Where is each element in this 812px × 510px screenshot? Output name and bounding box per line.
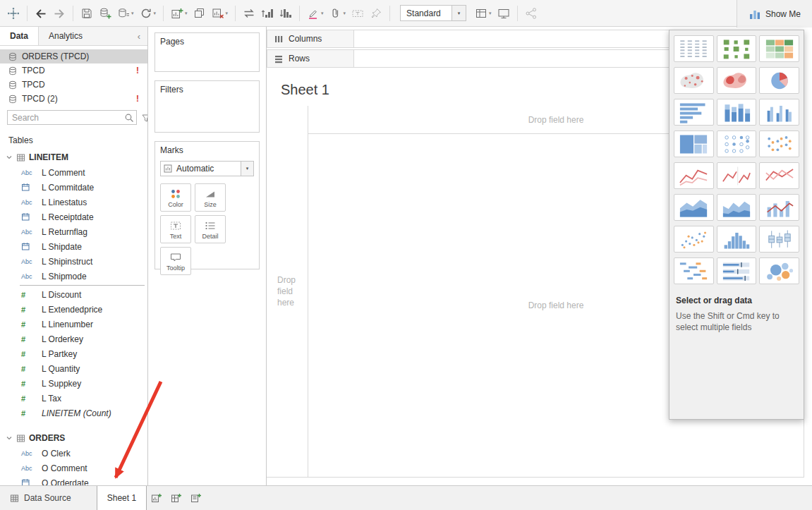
text-button[interactable]: Text bbox=[160, 215, 191, 243]
presentation-mode-button[interactable] bbox=[495, 4, 513, 23]
field-l-shipmode[interactable]: AbcL Shipmode bbox=[0, 269, 147, 284]
undo-button[interactable] bbox=[32, 4, 50, 23]
swap-rows-columns-button[interactable] bbox=[240, 4, 258, 23]
datasource-tpcd[interactable]: TPCD bbox=[0, 78, 147, 92]
rows-drop-zone[interactable]: Drop field here bbox=[267, 106, 308, 477]
new-dashboard-button[interactable] bbox=[166, 486, 186, 510]
tableau-logo[interactable] bbox=[4, 4, 23, 23]
tooltip-button[interactable]: Tooltip bbox=[160, 247, 191, 275]
detail-button[interactable]: Detail bbox=[195, 215, 226, 243]
packed-bubbles-thumbnail[interactable] bbox=[759, 257, 799, 284]
new-data-source-button[interactable] bbox=[96, 4, 114, 23]
field-o-orderdate[interactable]: O Orderdate bbox=[0, 475, 147, 485]
bullet-graph-thumbnail[interactable] bbox=[717, 257, 757, 284]
box-and-whisker-thumbnail[interactable] bbox=[759, 226, 799, 253]
search-input[interactable] bbox=[8, 113, 124, 123]
histogram-thumbnail[interactable] bbox=[717, 226, 757, 253]
field-l-discount[interactable]: #L Discount bbox=[0, 287, 147, 302]
mark-type-dropdown[interactable]: Automatic ▾ bbox=[160, 161, 254, 176]
chevron-down-icon[interactable]: ▾ bbox=[131, 11, 134, 16]
save-button[interactable] bbox=[78, 4, 96, 23]
table-group-orders[interactable]: ORDERS bbox=[0, 430, 147, 446]
show-mark-labels-button[interactable] bbox=[349, 4, 367, 23]
datasource-tpcd-2[interactable]: TPCD (2)! bbox=[0, 92, 147, 106]
redo-button[interactable] bbox=[50, 4, 68, 23]
field-l-partkey[interactable]: #L Partkey bbox=[0, 346, 147, 361]
collapse-pane-button[interactable]: ‹ bbox=[131, 27, 147, 45]
data-source-tab[interactable]: Data Source bbox=[0, 486, 81, 510]
continuous-area-thumbnail[interactable] bbox=[674, 194, 714, 221]
new-worksheet-tab-button[interactable] bbox=[147, 486, 166, 510]
tab-data[interactable]: Data bbox=[0, 27, 39, 45]
text-table-thumbnail[interactable] bbox=[674, 35, 714, 62]
pause-auto-updates-button[interactable]: ▾ bbox=[114, 4, 137, 23]
sort-ascending-button[interactable] bbox=[258, 4, 277, 23]
discrete-area-thumbnail[interactable] bbox=[717, 194, 757, 221]
new-story-button[interactable] bbox=[186, 486, 206, 510]
pie-chart-thumbnail[interactable] bbox=[759, 67, 799, 94]
side-by-side-circles-thumbnail[interactable] bbox=[759, 130, 799, 157]
scatter-plot-thumbnail[interactable] bbox=[674, 226, 714, 253]
size-button[interactable]: Size bbox=[195, 183, 226, 212]
highlight-table-thumbnail[interactable] bbox=[759, 35, 799, 62]
side-by-side-bars-thumbnail[interactable] bbox=[759, 99, 799, 126]
new-worksheet-button[interactable]: ▾ bbox=[168, 4, 190, 23]
chevron-down-icon[interactable]: ▾ bbox=[226, 11, 229, 16]
group-members-button[interactable]: ▾ bbox=[327, 4, 349, 23]
heat-map-thumbnail[interactable] bbox=[717, 35, 757, 62]
treemap-thumbnail[interactable] bbox=[674, 130, 714, 157]
sort-descending-button[interactable] bbox=[277, 4, 295, 23]
field-l-linestatus[interactable]: AbcL Linestatus bbox=[0, 195, 147, 210]
chevron-down-icon[interactable]: ▾ bbox=[321, 11, 324, 16]
fit-selector[interactable]: Standard▾ bbox=[400, 5, 466, 21]
dual-lines-thumbnail[interactable] bbox=[759, 162, 799, 189]
chevron-down-icon[interactable]: ▾ bbox=[489, 11, 492, 16]
symbol-map-thumbnail[interactable] bbox=[674, 67, 714, 94]
cell-size-button[interactable]: ▾ bbox=[472, 4, 495, 23]
field-l-quantity[interactable]: #L Quantity bbox=[0, 361, 147, 376]
chevron-down-icon[interactable]: ▾ bbox=[154, 11, 157, 16]
sheet-1-tab[interactable]: Sheet 1 bbox=[97, 486, 147, 510]
color-button[interactable]: Color bbox=[160, 183, 191, 212]
duplicate-sheet-button[interactable] bbox=[190, 4, 209, 23]
mark-type-caret[interactable]: ▾ bbox=[241, 162, 253, 176]
show-me-button[interactable]: Show Me bbox=[737, 0, 812, 28]
gantt-thumbnail[interactable] bbox=[674, 257, 714, 284]
continuous-lines-thumbnail[interactable] bbox=[674, 162, 714, 189]
field-lineitem-count[interactable]: #LINEITEM (Count) bbox=[0, 406, 147, 420]
datasource-orders-tpcd[interactable]: ORDERS (TPCD) bbox=[0, 49, 147, 63]
table-group-lineitem[interactable]: LINEITEM bbox=[0, 150, 147, 165]
horizontal-bars-thumbnail[interactable] bbox=[674, 99, 714, 126]
fix-axes-button[interactable] bbox=[367, 4, 385, 23]
dual-combination-thumbnail[interactable] bbox=[759, 194, 799, 221]
field-l-linenumber[interactable]: #L Linenumber bbox=[0, 317, 147, 332]
field-l-shipdate[interactable]: L Shipdate bbox=[0, 239, 147, 254]
filled-map-thumbnail[interactable] bbox=[717, 67, 757, 94]
chevron-down-icon[interactable] bbox=[6, 154, 13, 161]
field-l-shipinstruct[interactable]: AbcL Shipinstruct bbox=[0, 254, 147, 269]
datasource-tpcd[interactable]: TPCD! bbox=[0, 63, 147, 78]
pages-shelf[interactable]: Pages bbox=[154, 32, 260, 72]
chevron-down-icon[interactable] bbox=[6, 435, 13, 442]
tab-analytics[interactable]: Analytics bbox=[39, 27, 92, 45]
field-o-clerk[interactable]: AbcO Clerk bbox=[0, 446, 147, 461]
field-l-tax[interactable]: #L Tax bbox=[0, 391, 147, 406]
field-o-comment[interactable]: AbcO Comment bbox=[0, 461, 147, 475]
filter-icon[interactable] bbox=[141, 113, 148, 123]
filters-shelf[interactable]: Filters bbox=[154, 80, 260, 133]
chevron-down-icon[interactable]: ▾ bbox=[185, 11, 188, 16]
circle-views-thumbnail[interactable] bbox=[717, 130, 757, 157]
chevron-down-icon[interactable]: ▾ bbox=[344, 11, 346, 16]
clear-sheet-button[interactable]: ▾ bbox=[209, 4, 231, 23]
field-l-receiptdate[interactable]: L Receiptdate bbox=[0, 210, 147, 224]
field-l-orderkey[interactable]: #L Orderkey bbox=[0, 332, 147, 346]
run-auto-updates-button[interactable]: ▾ bbox=[137, 4, 159, 23]
discrete-lines-thumbnail[interactable] bbox=[717, 162, 757, 189]
field-l-returnflag[interactable]: AbcL Returnflag bbox=[0, 224, 147, 239]
field-l-suppkey[interactable]: #L Suppkey bbox=[0, 376, 147, 391]
share-workbook-button[interactable] bbox=[522, 4, 540, 23]
stacked-bars-thumbnail[interactable] bbox=[717, 99, 757, 126]
field-l-extendedprice[interactable]: #L Extendedprice bbox=[0, 302, 147, 317]
fit-selector-caret[interactable]: ▾ bbox=[452, 6, 466, 20]
field-l-commitdate[interactable]: L Commitdate bbox=[0, 180, 147, 195]
